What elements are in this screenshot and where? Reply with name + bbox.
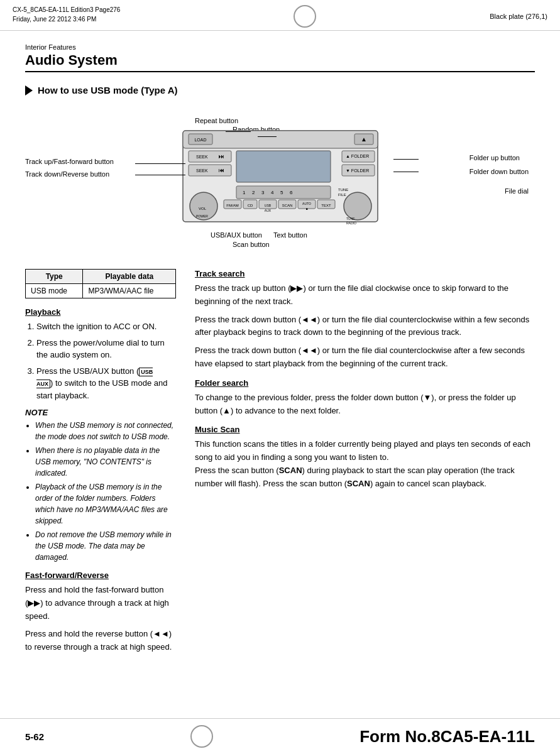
diagram-container: Track up/Fast-forward button Track down/… — [25, 106, 535, 250]
fast-forward-text2: Press and hold the reverse button (◄◄) t… — [25, 628, 176, 654]
triangle-bullet-icon — [25, 85, 33, 96]
svg-point-43 — [344, 192, 371, 220]
svg-text:RADIO: RADIO — [346, 221, 356, 225]
section-title: Audio System — [25, 52, 535, 72]
svg-text:SEEK: SEEK — [196, 155, 208, 159]
fast-forward-text1: Press and hold the fast-forward button (… — [25, 584, 176, 623]
header-center — [294, 5, 316, 28]
svg-text:2: 2 — [252, 190, 255, 195]
svg-text:TEXT: TEXT — [321, 204, 331, 207]
folder-up-label: Folder up button — [469, 151, 529, 165]
repeat-label: Repeat button — [195, 117, 238, 124]
svg-rect-6 — [236, 151, 331, 182]
track-search-text2: Press the track down button (◄◄) or turn… — [195, 314, 535, 340]
svg-text:■: ■ — [305, 207, 307, 210]
svg-text:LOAD: LOAD — [194, 138, 206, 142]
left-labels: Track up/Fast-forward button Track down/… — [25, 156, 114, 181]
svg-text:▲ FOLDER: ▲ FOLDER — [346, 154, 369, 158]
two-col-layout: Type Playable data USB mode MP3/WMA/AAC … — [25, 269, 535, 659]
svg-text:SEEK: SEEK — [196, 168, 208, 173]
svg-text:TUNE: TUNE — [346, 217, 355, 221]
table-cell-type: USB mode — [26, 284, 83, 298]
note-item-2: When there is no playable data in the US… — [35, 445, 176, 479]
note-item-3: Playback of the USB memory is in the ord… — [35, 481, 176, 527]
usb-aux-label: USB/AUX button — [211, 231, 262, 239]
svg-text:USB: USB — [264, 204, 271, 207]
music-scan-heading: Music Scan — [195, 425, 535, 434]
scan-btn-label: Scan button — [233, 241, 270, 248]
track-up-line — [135, 163, 185, 164]
svg-text:1: 1 — [243, 190, 246, 195]
playback-step-3: Press the USB/AUX button (USBAUX) to swi… — [36, 365, 176, 402]
playback-steps: Switch the ignition to ACC or ON. Press … — [25, 320, 176, 402]
right-column: Track search Press the track up button (… — [195, 269, 535, 659]
svg-rect-17 — [236, 186, 331, 199]
svg-text:POWER: POWER — [196, 214, 208, 218]
table-row: USB mode MP3/WMA/AAC file — [26, 284, 176, 298]
folder-search-text: To change to the previous folder, press … — [195, 391, 535, 418]
note-item-1: When the USB memory is not connected, th… — [35, 420, 176, 442]
track-search-text3: Press the track down button (◄◄) or turn… — [195, 344, 535, 371]
header-logo — [294, 5, 316, 28]
table-header-data: Playable data — [83, 270, 176, 284]
folder-search-heading: Folder search — [195, 378, 535, 388]
playable-data-table: Type Playable data USB mode MP3/WMA/AAC … — [25, 269, 176, 298]
svg-text:▲: ▲ — [361, 136, 367, 143]
svg-text:TUNE: TUNE — [338, 188, 348, 192]
section-label: Interior Features — [25, 43, 535, 51]
svg-text:VOL: VOL — [199, 207, 207, 210]
header-right: Black plate (276,1) — [490, 13, 547, 20]
subsection-heading: How to use USB mode (Type A) — [25, 85, 535, 96]
svg-text:5: 5 — [280, 190, 283, 195]
header-left: CX-5_8CA5-EA-11L Edition3 Page276 Friday… — [13, 5, 120, 24]
text-btn-label: Text button — [273, 231, 307, 239]
playback-heading: Playback — [25, 307, 176, 317]
track-down-label: Track down/Reverse button — [25, 168, 114, 181]
svg-rect-7 — [189, 151, 231, 162]
note-item-4: Do not remove the USB memory while in th… — [35, 529, 176, 563]
svg-text:⏭: ⏭ — [219, 153, 224, 160]
form-number: Form No.8CA5-EA-11L — [360, 727, 535, 746]
header-line2: Friday, June 22 2012 3:46 PM — [13, 14, 120, 24]
svg-text:⏮: ⏮ — [219, 167, 224, 173]
footer-logo — [190, 725, 213, 748]
svg-text:AUX: AUX — [264, 209, 271, 212]
main-content: Interior Features Audio System How to us… — [0, 31, 560, 672]
svg-text:▼ FOLDER: ▼ FOLDER — [346, 168, 369, 173]
page-number: 5-62 — [25, 731, 44, 742]
svg-text:4: 4 — [271, 190, 274, 195]
repeat-line — [226, 131, 251, 132]
playback-step-2: Press the power/volume dial to turn the … — [36, 337, 176, 361]
page-footer: 5-62 Form No.8CA5-EA-11L — [0, 718, 560, 754]
table-cell-data: MP3/WMA/AAC file — [83, 284, 176, 298]
table-header-type: Type — [26, 270, 83, 284]
fast-forward-heading: Fast-forward/Reverse — [25, 571, 176, 580]
page-header: CX-5_8CA5-EA-11L Edition3 Page276 Friday… — [0, 0, 560, 31]
folder-down-label: Folder down button — [469, 165, 529, 178]
diagram-area: Track up/Fast-forward button Track down/… — [25, 106, 535, 250]
music-scan-text: This function scans the titles in a fold… — [195, 438, 535, 490]
svg-text:AUTO: AUTO — [302, 202, 311, 205]
svg-text:FILE: FILE — [338, 193, 346, 197]
svg-text:6: 6 — [290, 190, 293, 195]
track-search-heading: Track search — [195, 269, 535, 278]
svg-text:SCAN: SCAN — [282, 204, 292, 207]
track-down-line — [135, 175, 185, 175]
folder-down-line — [393, 172, 419, 172]
right-labels: Folder up button Folder down button — [469, 151, 529, 178]
file-dial-label: File dial — [505, 187, 529, 195]
left-column: Type Playable data USB mode MP3/WMA/AAC … — [25, 269, 176, 659]
note-heading: NOTE — [25, 408, 176, 417]
svg-text:3: 3 — [261, 190, 265, 195]
track-search-text1: Press the track up button (▶▶) or turn t… — [195, 282, 535, 309]
playback-step-1: Switch the ignition to ACC or ON. — [36, 320, 176, 333]
note-list: When the USB memory is not connected, th… — [25, 420, 176, 563]
subsection-title: How to use USB mode (Type A) — [38, 85, 178, 96]
svg-rect-10 — [189, 165, 231, 176]
track-up-label: Track up/Fast-forward button — [25, 156, 114, 168]
svg-text:CD: CD — [247, 204, 253, 207]
radio-diagram: LOAD ▲ SEEK ⏭ SEEK ⏮ ▲ FOLDER ▼ FOLDER — [180, 124, 381, 231]
random-line — [258, 136, 277, 137]
header-line1: CX-5_8CA5-EA-11L Edition3 Page276 — [13, 5, 120, 14]
folder-up-line — [393, 159, 419, 160]
